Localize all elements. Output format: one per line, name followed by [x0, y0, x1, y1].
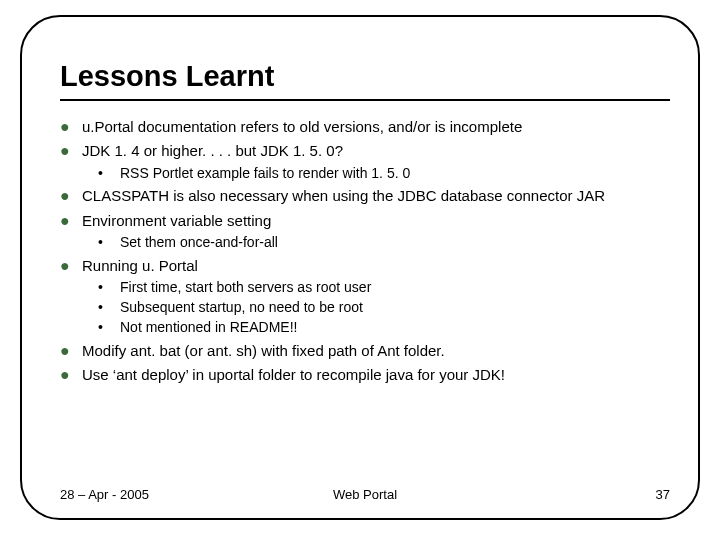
bullet-icon: ●	[60, 341, 82, 361]
sub-bullet-text: Not mentioned in README!!	[120, 318, 670, 337]
sub-bullet-text: First time, start both servers as root u…	[120, 278, 670, 297]
sub-bullet-item: • Set them once-and-for-all	[98, 233, 670, 252]
footer-title: Web Portal	[333, 487, 397, 502]
slide-footer: 28 – Apr - 2005 Web Portal 37	[60, 487, 670, 502]
bullet-list: ● u.Portal documentation refers to old v…	[60, 117, 670, 385]
bullet-text: Running u. Portal	[82, 256, 670, 276]
footer-date: 28 – Apr - 2005	[60, 487, 149, 502]
sub-bullet-item: • Subsequent startup, no need to be root	[98, 298, 670, 317]
bullet-text: CLASSPATH is also necessary when using t…	[82, 186, 670, 206]
sub-bullet-icon: •	[98, 164, 120, 182]
bullet-text: u.Portal documentation refers to old ver…	[82, 117, 670, 137]
sub-bullet-item: • Not mentioned in README!!	[98, 318, 670, 337]
bullet-text: Environment variable setting	[82, 211, 670, 231]
bullet-icon: ●	[60, 117, 82, 137]
sub-bullet-text: Set them once-and-for-all	[120, 233, 670, 252]
bullet-icon: ●	[60, 211, 82, 231]
bullet-text: Modify ant. bat (or ant. sh) with fixed …	[82, 341, 670, 361]
bullet-icon: ●	[60, 365, 82, 385]
title-underline	[60, 99, 670, 101]
bullet-item: ● Environment variable setting	[60, 211, 670, 231]
sub-bullet-text: Subsequent startup, no need to be root	[120, 298, 670, 317]
bullet-icon: ●	[60, 141, 82, 161]
slide-content: Lessons Learnt ● u.Portal documentation …	[60, 60, 670, 480]
bullet-item: ● u.Portal documentation refers to old v…	[60, 117, 670, 137]
footer-page-number: 37	[656, 487, 670, 502]
bullet-text: Use ‘ant deploy’ in uportal folder to re…	[82, 365, 670, 385]
bullet-text: JDK 1. 4 or higher. . . . but JDK 1. 5. …	[82, 141, 670, 161]
bullet-icon: ●	[60, 186, 82, 206]
sub-bullet-item: • First time, start both servers as root…	[98, 278, 670, 297]
sub-bullet-item: • RSS Portlet example fails to render wi…	[98, 164, 670, 183]
sub-bullet-icon: •	[98, 318, 120, 336]
bullet-item: ● CLASSPATH is also necessary when using…	[60, 186, 670, 206]
bullet-item: ● JDK 1. 4 or higher. . . . but JDK 1. 5…	[60, 141, 670, 161]
bullet-item: ● Use ‘ant deploy’ in uportal folder to …	[60, 365, 670, 385]
sub-bullet-icon: •	[98, 233, 120, 251]
sub-bullet-text: RSS Portlet example fails to render with…	[120, 164, 670, 183]
sub-bullet-icon: •	[98, 298, 120, 316]
bullet-icon: ●	[60, 256, 82, 276]
bullet-item: ● Modify ant. bat (or ant. sh) with fixe…	[60, 341, 670, 361]
slide-title: Lessons Learnt	[60, 60, 670, 93]
sub-bullet-icon: •	[98, 278, 120, 296]
bullet-item: ● Running u. Portal	[60, 256, 670, 276]
